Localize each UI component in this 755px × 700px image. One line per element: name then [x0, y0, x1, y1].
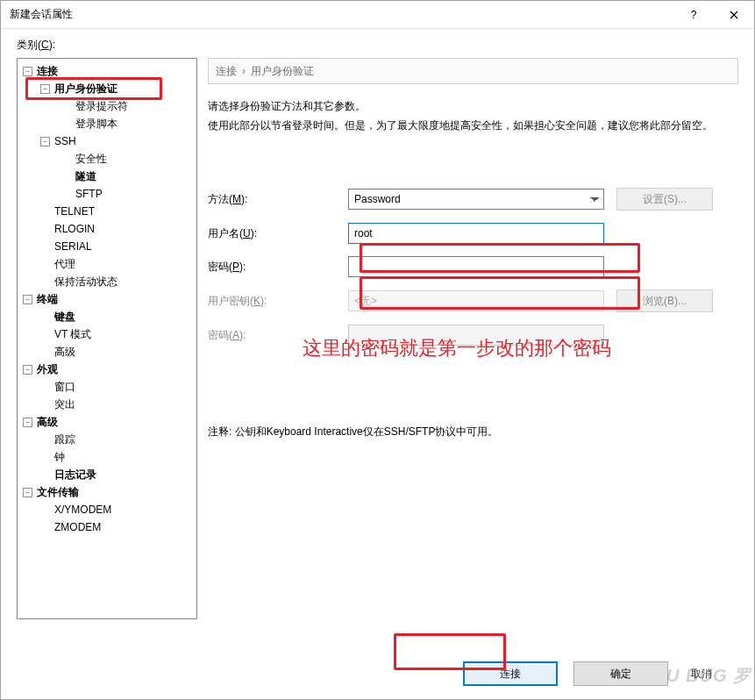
- category-tree[interactable]: −连接 −用户身份验证 登录提示符 登录脚本 −SSH 安全性: [17, 58, 197, 619]
- tree-item-security[interactable]: 安全性: [18, 150, 196, 168]
- tree-item-keepalive[interactable]: 保持活动状态: [18, 273, 196, 290]
- collapse-icon[interactable]: −: [23, 365, 32, 375]
- close-icon: [730, 11, 738, 19]
- tree-item-keyboard[interactable]: 键盘: [18, 308, 196, 325]
- tree-item-login-prompt[interactable]: 登录提示符: [18, 97, 196, 115]
- chevron-right-icon: ›: [242, 65, 246, 77]
- category-label: 类别(C):: [17, 38, 738, 53]
- tree-item-proxy[interactable]: 代理: [18, 255, 196, 273]
- connect-button[interactable]: 连接: [463, 661, 558, 686]
- username-input[interactable]: [348, 223, 604, 244]
- collapse-icon[interactable]: −: [23, 295, 32, 304]
- help-icon: ?: [691, 9, 697, 21]
- tree-item-window[interactable]: 窗口: [18, 378, 196, 396]
- tree-item-appearance[interactable]: −外观: [18, 361, 196, 378]
- ok-button[interactable]: 确定: [573, 661, 668, 686]
- help-button[interactable]: ?: [673, 1, 714, 29]
- tree-item-connection[interactable]: −连接: [18, 62, 196, 80]
- dialog: 新建会话属性 ? 类别(C): −连接 −用户身份验证 登录提示符 登录脚本: [0, 0, 755, 700]
- cancel-button[interactable]: 取消: [684, 661, 719, 686]
- collapse-icon[interactable]: −: [23, 488, 32, 497]
- tree-item-bell[interactable]: 钟: [18, 448, 196, 466]
- collapse-icon[interactable]: −: [40, 84, 50, 94]
- body: −连接 −用户身份验证 登录提示符 登录脚本 −SSH 安全性: [17, 58, 738, 648]
- settings-panel: 连接 › 用户身份验证 请选择身份验证方法和其它参数。 使用此部分以节省登录时间…: [208, 58, 738, 648]
- collapse-icon[interactable]: −: [40, 137, 50, 146]
- tree-item-rlogin[interactable]: RLOGIN: [18, 220, 196, 238]
- tree-item-vtmode[interactable]: VT 模式: [18, 325, 196, 343]
- description: 请选择身份验证方法和其它参数。 使用此部分以节省登录时间。但是，为了最大限度地提…: [208, 96, 738, 135]
- tree-item-filetransfer[interactable]: −文件传输: [18, 483, 196, 501]
- breadcrumb: 连接 › 用户身份验证: [208, 58, 738, 84]
- tree-item-highlight[interactable]: 突出: [18, 396, 196, 413]
- close-button[interactable]: [714, 1, 754, 29]
- content: 类别(C): −连接 −用户身份验证 登录提示符 登录脚本 −SSH: [1, 29, 754, 699]
- tree-item-trace[interactable]: 跟踪: [18, 431, 196, 448]
- password-label: 密码(P):: [208, 260, 348, 275]
- tree-item-logging[interactable]: 日志记录: [18, 466, 196, 483]
- titlebar: 新建会话属性 ?: [1, 1, 754, 29]
- userkey-select: <无>: [348, 290, 604, 311]
- tree-item-tunnel[interactable]: 隧道: [18, 168, 196, 185]
- tree-item-advanced[interactable]: −高级: [18, 413, 196, 431]
- tree-item-serial[interactable]: SERIAL: [18, 238, 196, 255]
- tree-item-login-script[interactable]: 登录脚本: [18, 115, 196, 132]
- tree-item-auth[interactable]: −用户身份验证: [18, 80, 196, 97]
- settings-button: 设置(S)...: [616, 188, 713, 211]
- auth-form: 方法(M): Password 设置(S)... 用户名(U): 密码(P): …: [208, 188, 738, 346]
- browse-button: 浏览(B)...: [616, 289, 713, 312]
- note-text: 注释: 公钥和Keyboard Interactive仅在SSH/SFTP协议中…: [208, 425, 738, 439]
- password2-input: [348, 325, 604, 346]
- tree-item-ssh[interactable]: −SSH: [18, 132, 196, 150]
- window-title: 新建会话属性: [10, 7, 673, 22]
- breadcrumb-leaf: 用户身份验证: [251, 64, 314, 79]
- tree-item-terminal[interactable]: −终端: [18, 290, 196, 308]
- tree-item-xymodem[interactable]: X/YMODEM: [18, 501, 196, 518]
- collapse-icon[interactable]: −: [23, 67, 32, 76]
- tree-item-advanced-terminal[interactable]: 高级: [18, 343, 196, 361]
- tree-item-telnet[interactable]: TELNET: [18, 203, 196, 220]
- username-label: 用户名(U):: [208, 226, 348, 241]
- password-input[interactable]: [348, 256, 604, 277]
- method-label: 方法(M):: [208, 192, 348, 207]
- tree-item-zmodem[interactable]: ZMODEM: [18, 518, 196, 536]
- password2-label: 密码(A):: [208, 328, 348, 343]
- dialog-footer: 连接 确定 取消: [17, 648, 738, 699]
- tree-item-sftp[interactable]: SFTP: [18, 185, 196, 203]
- collapse-icon[interactable]: −: [23, 418, 32, 427]
- userkey-label: 用户密钥(K):: [208, 294, 348, 309]
- breadcrumb-root: 连接: [216, 64, 237, 79]
- method-select[interactable]: Password: [348, 189, 604, 210]
